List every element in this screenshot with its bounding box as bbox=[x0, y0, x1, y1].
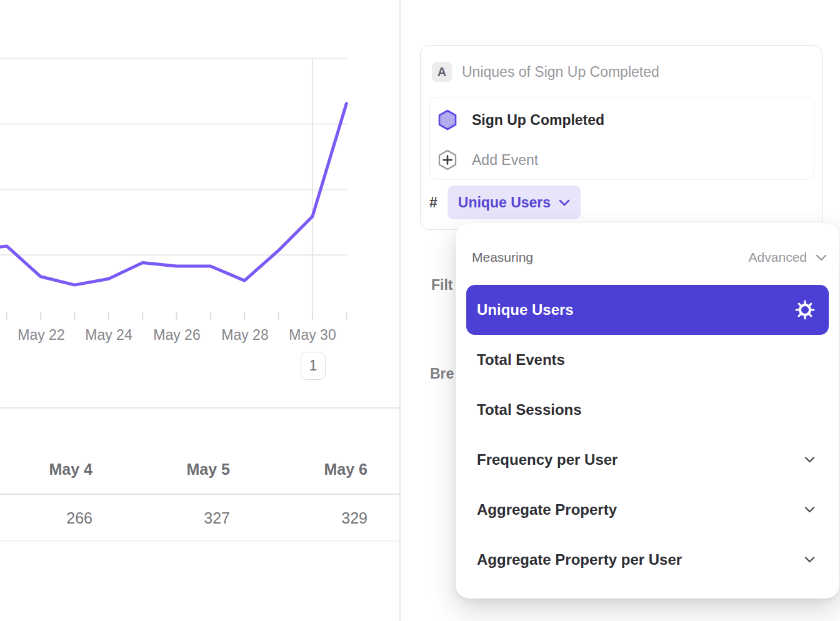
add-event-label: Add Event bbox=[472, 152, 538, 169]
metric-title: Uniques of Sign Up Completed bbox=[462, 64, 659, 81]
chart-pane: May 22 May 24 May 26 May 28 May 30 1 May… bbox=[0, 0, 399, 621]
advanced-mode-selector[interactable]: Advanced bbox=[749, 250, 827, 265]
event-name-label: Sign Up Completed bbox=[472, 112, 604, 129]
gear-icon[interactable] bbox=[795, 300, 815, 320]
menu-item-label: Frequency per User bbox=[477, 451, 618, 469]
menu-item-label: Aggregate Property bbox=[477, 501, 617, 519]
menu-item-unique-users[interactable]: Unique Users bbox=[466, 285, 829, 335]
insights-report-view: May 22 May 24 May 26 May 28 May 30 1 May… bbox=[0, 0, 840, 621]
event-hexagon-icon bbox=[438, 109, 457, 131]
menu-item-aggregate-property[interactable]: Aggregate Property bbox=[466, 485, 829, 535]
menu-item-total-events[interactable]: Total Events bbox=[466, 335, 829, 385]
table-cell-may-5: 327 bbox=[92, 509, 230, 527]
measurement-value: Unique Users bbox=[458, 194, 551, 211]
menu-item-frequency-per-user[interactable]: Frequency per User bbox=[466, 435, 829, 485]
x-axis-label: May 26 bbox=[153, 327, 200, 344]
table-header-may-6: May 6 bbox=[230, 460, 368, 479]
x-axis-label: May 24 bbox=[85, 327, 132, 344]
chevron-down-icon bbox=[816, 254, 827, 261]
chevron-down-icon bbox=[804, 557, 815, 563]
results-table: May 4 May 5 May 6 266 327 329 bbox=[0, 407, 399, 542]
table-row: 266 327 329 bbox=[0, 495, 399, 542]
menu-item-label: Unique Users bbox=[477, 301, 574, 319]
x-axis-label: May 22 bbox=[18, 327, 64, 344]
chevron-down-icon bbox=[804, 507, 815, 513]
metric-query-card: A Uniques of Sign Up Completed bbox=[420, 45, 822, 230]
x-axis-label: May 28 bbox=[221, 327, 268, 344]
table-header-row: May 4 May 5 May 6 bbox=[0, 407, 399, 495]
pane-divider bbox=[399, 0, 401, 621]
add-event-hexagon-plus-icon bbox=[438, 149, 457, 171]
advanced-mode-label: Advanced bbox=[749, 250, 807, 265]
count-symbol: # bbox=[429, 194, 438, 211]
menu-item-label: Total Events bbox=[477, 351, 565, 369]
menu-item-label: Total Sessions bbox=[477, 401, 582, 419]
event-list-card: Sign Up Completed Add Event bbox=[429, 97, 814, 180]
measuring-options-list: Unique Users bbox=[466, 285, 829, 585]
table-header-may-4: May 4 bbox=[0, 460, 92, 479]
measuring-label: Measuring bbox=[472, 250, 533, 265]
series-a-badge: A bbox=[432, 62, 452, 82]
measuring-menu-header: Measuring Advanced bbox=[472, 250, 827, 265]
menu-item-total-sessions[interactable]: Total Sessions bbox=[466, 385, 829, 435]
series-page-badge[interactable]: 1 bbox=[301, 352, 326, 380]
menu-item-aggregate-property-per-user[interactable]: Aggregate Property per User bbox=[466, 535, 829, 585]
add-event-button[interactable]: Add Event bbox=[438, 142, 808, 177]
measurement-dropdown-trigger[interactable]: Unique Users bbox=[448, 186, 581, 219]
metric-title-row: A Uniques of Sign Up Completed bbox=[432, 62, 659, 82]
table-header-may-5: May 5 bbox=[92, 460, 230, 479]
table-cell-may-6: 329 bbox=[230, 509, 368, 527]
breakdowns-section-label-clipped: Bre bbox=[430, 365, 454, 382]
x-axis: May 22 May 24 May 26 May 28 May 30 bbox=[0, 327, 399, 345]
filters-section-label-clipped: Filt bbox=[431, 277, 453, 294]
menu-item-label: Aggregate Property per User bbox=[477, 551, 682, 569]
measuring-dropdown-menu: Measuring Advanced Unique Users bbox=[456, 223, 839, 599]
measurement-row: # Unique Users bbox=[429, 186, 581, 219]
line-chart: May 22 May 24 May 26 May 28 May 30 1 bbox=[0, 0, 399, 350]
x-axis-label: May 30 bbox=[289, 327, 336, 344]
line-chart-canvas bbox=[0, 0, 399, 350]
event-row-sign-up-completed[interactable]: Sign Up Completed bbox=[438, 102, 808, 137]
table-cell-may-4: 266 bbox=[0, 509, 92, 527]
chevron-down-icon bbox=[559, 199, 570, 206]
chevron-down-icon bbox=[804, 457, 815, 463]
